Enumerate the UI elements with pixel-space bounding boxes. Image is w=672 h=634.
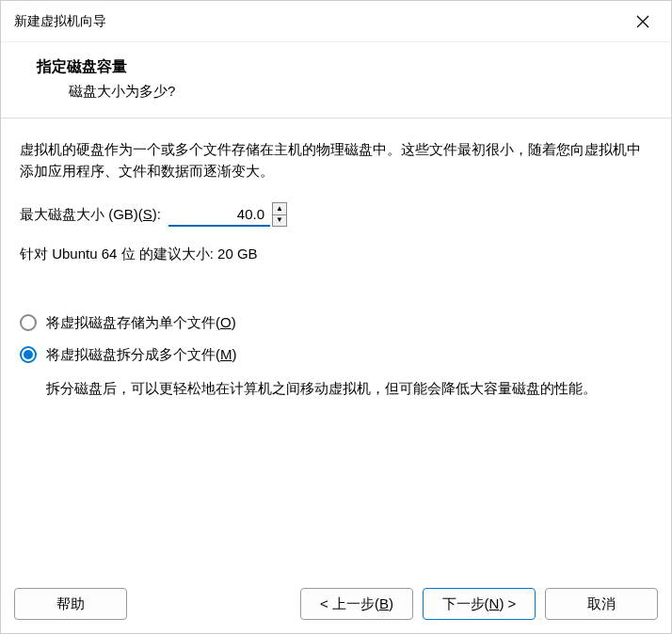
spinner-down-button[interactable]: ▼ xyxy=(273,215,286,227)
wizard-content: 虚拟机的硬盘作为一个或多个文件存储在主机的物理磁盘中。这些文件最初很小，随着您向… xyxy=(1,119,671,577)
radio-single-label: 将虚拟磁盘存储为单个文件(O) xyxy=(46,312,236,334)
radio-icon xyxy=(20,346,37,363)
disk-size-row: 最大磁盘大小 (GB)(S): ▲ ▼ xyxy=(20,202,652,227)
wizard-window: 新建虚拟机向导 指定磁盘容量 磁盘大小为多少? 虚拟机的硬盘作为一个或多个文件存… xyxy=(0,0,672,634)
disk-size-input[interactable] xyxy=(168,202,270,227)
page-subtitle: 磁盘大小为多少? xyxy=(69,83,652,101)
window-title: 新建虚拟机向导 xyxy=(14,13,106,30)
radio-single-file[interactable]: 将虚拟磁盘存储为单个文件(O) xyxy=(20,312,652,334)
close-icon xyxy=(636,15,649,28)
recommended-size-text: 针对 Ubuntu 64 位 的建议大小: 20 GB xyxy=(20,244,652,265)
radio-split-files[interactable]: 将虚拟磁盘拆分成多个文件(M) xyxy=(20,344,652,366)
split-description: 拆分磁盘后，可以更轻松地在计算机之间移动虚拟机，但可能会降低大容量磁盘的性能。 xyxy=(46,377,652,400)
next-button[interactable]: 下一步(N) > xyxy=(423,588,536,620)
help-button[interactable]: 帮助 xyxy=(14,588,127,620)
disk-size-label: 最大磁盘大小 (GB)(S): xyxy=(20,204,161,226)
cancel-button[interactable]: 取消 xyxy=(545,588,658,620)
description-text: 虚拟机的硬盘作为一个或多个文件存储在主机的物理磁盘中。这些文件最初很小，随着您向… xyxy=(20,139,652,182)
spinner-buttons: ▲ ▼ xyxy=(272,202,287,227)
spinner-up-button[interactable]: ▲ xyxy=(273,203,286,215)
wizard-header: 指定磁盘容量 磁盘大小为多少? xyxy=(1,42,671,119)
back-button[interactable]: < 上一步(B) xyxy=(300,588,413,620)
titlebar: 新建虚拟机向导 xyxy=(1,1,671,42)
radio-split-label: 将虚拟磁盘拆分成多个文件(M) xyxy=(46,344,237,366)
close-button[interactable] xyxy=(628,7,658,37)
page-title: 指定磁盘容量 xyxy=(37,57,652,77)
wizard-footer: 帮助 < 上一步(B) 下一步(N) > 取消 xyxy=(1,577,671,633)
radio-icon xyxy=(20,314,37,331)
disk-size-spinner: ▲ ▼ xyxy=(168,202,287,227)
